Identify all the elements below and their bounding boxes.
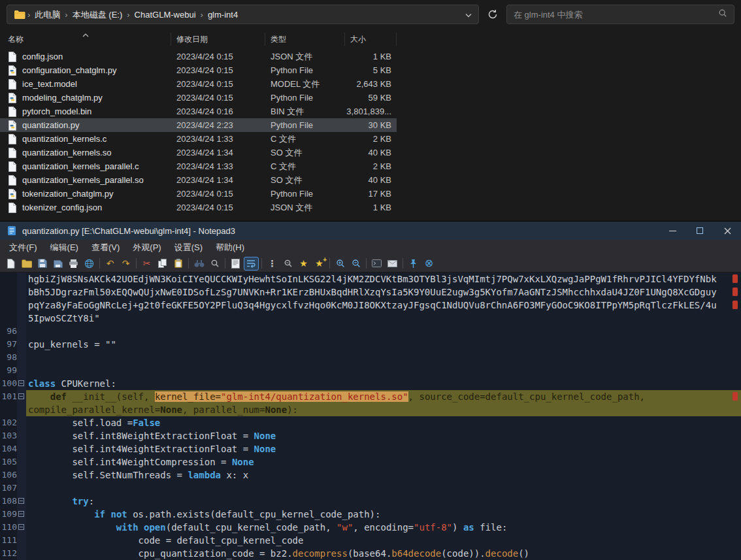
code-text[interactable]: with open(default_cpu_kernel_code_path, … xyxy=(26,521,741,534)
fold-collapse-icon[interactable] xyxy=(18,511,24,517)
column-header-type[interactable]: 类型 xyxy=(265,33,345,46)
zoom-in-icon[interactable] xyxy=(333,257,348,271)
file-row[interactable]: quantization.py2023/4/24 2:23Python File… xyxy=(0,118,397,132)
console-icon[interactable] xyxy=(369,257,384,271)
code-text[interactable]: compile_parallel_kernel=None, parallel_n… xyxy=(26,403,741,416)
editor-line[interactable]: 103 self.int8WeightExtractionFloat = Non… xyxy=(0,429,741,442)
undo-icon[interactable]: ↶ xyxy=(103,257,118,271)
fold-collapse-icon[interactable] xyxy=(18,393,24,399)
file-row[interactable]: quantization_kernels_parallel.so2023/4/2… xyxy=(0,173,397,187)
more-options-icon[interactable]: ⋮ xyxy=(265,257,280,271)
browser-icon[interactable] xyxy=(82,257,97,271)
file-row[interactable]: ice_text.model2023/4/24 0:15MODEL 文件2,64… xyxy=(0,77,397,91)
editor-line[interactable]: pqYza8yFaEoGgNRcLej+g2t0feGKFE5OY2PFluQ3… xyxy=(0,299,741,312)
paste-icon[interactable] xyxy=(171,257,186,271)
editor-line[interactable]: 112 cpu_quantization_code = bz2.decompre… xyxy=(0,547,741,560)
new-file-icon[interactable] xyxy=(3,257,18,271)
file-row[interactable]: tokenization_chatglm.py2023/4/24 0:15Pyt… xyxy=(0,187,397,201)
search-input[interactable] xyxy=(514,10,714,20)
breadcrumb-item[interactable]: 此电脑 xyxy=(31,8,64,21)
breadcrumb-item[interactable]: glm-int4 xyxy=(204,8,242,21)
file-row[interactable]: quantization_kernels.c2023/4/24 1:33C 文件… xyxy=(0,132,397,146)
menu-item[interactable]: 帮助(H) xyxy=(209,242,251,254)
breadcrumb-item[interactable]: 本地磁盘 (E:) xyxy=(69,8,127,21)
menu-item[interactable]: 编辑(E) xyxy=(44,242,85,254)
cut-icon[interactable]: ✂ xyxy=(139,257,154,271)
code-text[interactable]: self.load =False xyxy=(26,416,741,429)
close-button[interactable] xyxy=(714,222,741,240)
print-page-icon[interactable] xyxy=(228,257,243,271)
code-text[interactable]: pqYza8yFaEoGgNRcLej+g2t0feGKFE5OY2PFluQ3… xyxy=(26,299,741,312)
titlebar[interactable]: quantization.py [E:\ChatGLM-webui\glm-in… xyxy=(0,222,741,240)
code-text[interactable]: bBh5JDgrazFml50xEQQwQUjxNwE0IDSofLzSg7UN… xyxy=(26,286,741,299)
code-text[interactable]: self.SetNumThreads = lambda x: x xyxy=(26,469,741,482)
save-copy-icon[interactable] xyxy=(50,257,65,271)
code-text[interactable]: self.int4WeightExtractionFloat = None xyxy=(26,442,741,455)
code-text[interactable]: try: xyxy=(26,495,741,508)
code-text[interactable] xyxy=(26,351,741,364)
address-dropdown-icon[interactable] xyxy=(465,8,472,20)
code-editor[interactable]: hgbiZjW8SNsAKCk42UOEdjWN3KoiCIYeQUCCKWIy… xyxy=(0,272,741,560)
file-row[interactable]: modeling_chatglm.py2023/4/24 0:15Python … xyxy=(0,91,397,105)
editor-line[interactable]: 105 self.int4WeightCompression = None xyxy=(0,455,741,469)
cancel-icon[interactable]: ⊗ xyxy=(421,257,436,271)
code-text[interactable] xyxy=(26,364,741,377)
mail-icon[interactable] xyxy=(385,257,400,271)
code-text[interactable] xyxy=(26,482,741,495)
editor-line[interactable]: compile_parallel_kernel=None, parallel_n… xyxy=(0,403,741,416)
editor-line[interactable]: 102 self.load =False xyxy=(0,416,741,429)
editor-line[interactable]: 101 def __init__(self, kernel_file="glm-… xyxy=(0,390,741,403)
find-icon[interactable] xyxy=(191,257,206,271)
add-favorite-icon[interactable]: ★+ xyxy=(312,257,327,271)
editor-line[interactable]: 104 self.int4WeightExtractionFloat = Non… xyxy=(0,442,741,455)
print-icon[interactable] xyxy=(66,257,81,271)
editor-line[interactable]: 98 xyxy=(0,351,741,364)
favorites-icon[interactable]: ★ xyxy=(296,257,311,271)
column-header-date[interactable]: 修改日期 xyxy=(171,33,265,46)
code-text[interactable]: self.int4WeightCompression = None xyxy=(26,455,741,469)
code-text[interactable]: 5IpwoSCZtY8i" xyxy=(26,312,741,325)
menu-item[interactable]: 设置(S) xyxy=(168,242,209,254)
breadcrumb-item[interactable]: ChatGLM-webui xyxy=(131,8,200,21)
editor-line[interactable]: 5IpwoSCZtY8i" xyxy=(0,312,741,325)
fold-collapse-icon[interactable] xyxy=(18,380,24,386)
file-row[interactable]: tokenizer_config.json2023/4/24 0:15JSON … xyxy=(0,201,397,214)
editor-line[interactable]: hgbiZjW8SNsAKCk42UOEdjWN3KoiCIYeQUCCKWIy… xyxy=(0,272,741,286)
file-row[interactable]: pytorch_model.bin2023/4/24 0:16BIN 文件3,8… xyxy=(0,105,397,118)
menu-item[interactable]: 查看(V) xyxy=(85,242,126,254)
code-text[interactable] xyxy=(26,325,741,338)
code-text[interactable]: cpu_kernels = "" xyxy=(26,338,741,351)
editor-line[interactable]: 107 xyxy=(0,482,741,495)
file-row[interactable]: quantization_kernels_parallel.c2023/4/24… xyxy=(0,159,397,173)
zoom-out-icon[interactable] xyxy=(348,257,363,271)
editor-line[interactable]: 100class CPUKernel: xyxy=(0,377,741,390)
open-folder-icon[interactable] xyxy=(19,257,34,271)
code-text[interactable]: cpu_quantization_code = bz2.decompress(b… xyxy=(26,547,741,560)
code-text[interactable]: class CPUKernel: xyxy=(26,377,741,390)
file-row[interactable]: config.json2023/4/24 0:15JSON 文件1 KB xyxy=(0,50,397,63)
code-text[interactable]: if not os.path.exists(default_cpu_kernel… xyxy=(26,508,741,521)
file-row[interactable]: configuration_chatglm.py2023/4/24 0:15Py… xyxy=(0,63,397,77)
word-wrap-icon[interactable] xyxy=(244,257,259,271)
editor-line[interactable]: 108 try: xyxy=(0,495,741,508)
editor-line[interactable]: 96 xyxy=(0,325,741,338)
file-row[interactable]: quantization_kernels.so2023/4/24 1:34SO … xyxy=(0,146,397,159)
column-header-size[interactable]: 大小 xyxy=(345,33,397,46)
save-icon[interactable] xyxy=(35,257,50,271)
refresh-button[interactable] xyxy=(484,6,501,23)
find-next-icon[interactable] xyxy=(207,257,222,271)
editor-line[interactable]: 99 xyxy=(0,364,741,377)
copy-icon[interactable] xyxy=(155,257,170,271)
pin-icon[interactable] xyxy=(406,257,421,271)
maximize-button[interactable] xyxy=(686,222,714,240)
fold-collapse-icon[interactable] xyxy=(18,498,24,504)
editor-line[interactable]: 109 if not os.path.exists(default_cpu_ke… xyxy=(0,508,741,521)
menu-item[interactable]: 外观(P) xyxy=(126,242,167,254)
menu-item[interactable]: 文件(F) xyxy=(3,242,44,254)
code-text[interactable]: self.int8WeightExtractionFloat = None xyxy=(26,429,741,442)
zoom-view-icon[interactable] xyxy=(280,257,295,271)
editor-line[interactable]: 106 self.SetNumThreads = lambda x: x xyxy=(0,469,741,482)
redo-icon[interactable]: ↷ xyxy=(118,257,133,271)
editor-line[interactable]: 97cpu_kernels = "" xyxy=(0,338,741,351)
code-text[interactable]: code = default_cpu_kernel_code xyxy=(26,534,741,547)
